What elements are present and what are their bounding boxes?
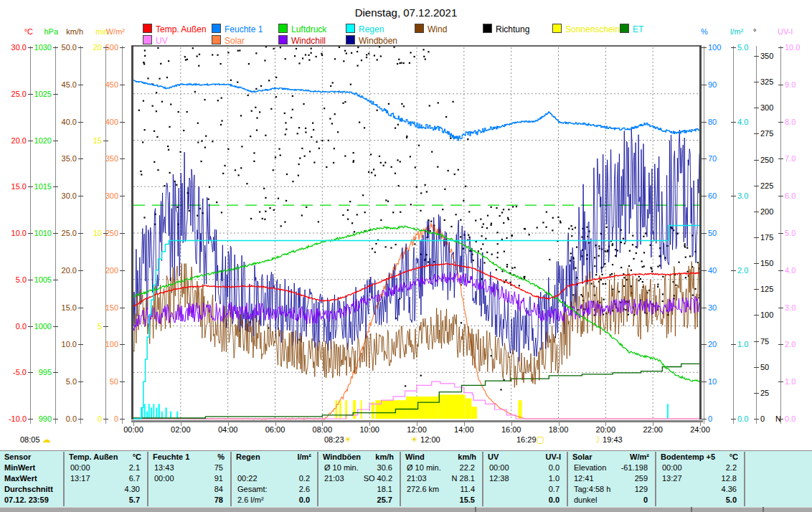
- axis-tick: [53, 186, 58, 187]
- table-cell-value: 25.7: [335, 495, 392, 506]
- table-cell-value: 6.7: [82, 473, 140, 484]
- axis-tick-label: 20.0: [46, 266, 77, 275]
- table-cell-value: 0.7: [502, 484, 560, 495]
- noon-icon: ☀: [410, 435, 420, 445]
- axis-tick: [778, 270, 783, 271]
- axis-tick-label: 6.0: [785, 191, 812, 200]
- table-col-unit: km/h: [355, 452, 394, 463]
- axis-tick: [78, 344, 83, 345]
- table-row-label: MaxWert: [4, 473, 37, 484]
- axis-tick: [120, 419, 125, 419]
- axis-tick: [78, 158, 83, 159]
- axis-tick-label: 3.0: [737, 191, 766, 200]
- axis-line-Wm: [122, 46, 123, 424]
- legend-item-wind: Wind: [415, 24, 447, 34]
- table-cell-value: 11.4: [417, 484, 475, 495]
- moon-time: ☽ 19:43: [593, 435, 623, 445]
- table-col-header: Wind: [405, 452, 425, 463]
- legend-item-temp-au-en: Temp. Außen: [143, 24, 207, 34]
- axis-tick: [754, 108, 759, 108]
- axis-tick: [702, 344, 707, 345]
- time-label: 14:00: [448, 425, 480, 434]
- table-cell-value: 4.36: [679, 484, 737, 495]
- axis-tick-label: 9.0: [785, 80, 812, 89]
- table-column-separator: [147, 452, 148, 506]
- axis-tick: [754, 263, 759, 264]
- axis-tick-label: 0: [88, 414, 118, 423]
- axis-tick: [754, 341, 759, 342]
- stats-table: SensorMinWertMaxWertDurchschnitt07.12. 2…: [0, 450, 812, 507]
- axis-tick: [78, 270, 83, 271]
- axis-tick-label: 1.0: [785, 377, 812, 386]
- table-cell-value: 75: [166, 463, 223, 473]
- axis-tick-label: 400: [88, 118, 118, 126]
- axis-tick: [702, 308, 707, 308]
- table-cell-value: 91: [166, 473, 223, 484]
- axis-tick: [53, 372, 58, 373]
- axis-tick-label: 2.0: [785, 340, 812, 349]
- table-column-separator: [317, 452, 318, 506]
- axis-tick: [754, 160, 759, 161]
- legend-swatch-icon: [212, 24, 221, 33]
- table-cell-value: SO 40.2: [335, 473, 392, 484]
- legend-item-windb-en: Windböen: [346, 35, 397, 45]
- axis-tick-label: 15.0: [46, 303, 77, 312]
- time-label: 08:00: [306, 425, 338, 434]
- axis-tick-label: 250: [88, 229, 118, 237]
- table-column-separator: [567, 452, 568, 506]
- axis-tick-label: 50: [708, 229, 737, 237]
- axis-tick: [778, 196, 783, 196]
- axis-tick: [103, 326, 108, 327]
- axis-tick-label: 90: [708, 80, 737, 89]
- axis-tick: [702, 158, 707, 159]
- table-cell-value: 22.2: [417, 463, 475, 473]
- axis-tick: [731, 270, 736, 271]
- table-cell-value: 259: [590, 473, 648, 484]
- table-col-header: UV: [488, 452, 499, 463]
- axis-tick: [120, 270, 125, 271]
- axis-line-UVI: [780, 46, 781, 424]
- axis-tick-label: 1015: [21, 182, 52, 191]
- axis-tick: [120, 47, 125, 48]
- axis-tick: [778, 344, 783, 345]
- axis-tick: [103, 141, 108, 141]
- strip-notch: [763, 507, 764, 512]
- axis-tick: [120, 344, 125, 345]
- table-cell-value: 0.0: [502, 463, 560, 473]
- time-label: 22:00: [637, 425, 669, 434]
- legend-item-et: ET: [620, 24, 643, 34]
- axis-tick: [53, 94, 58, 95]
- moon-icon: ☽: [593, 435, 603, 445]
- axis-tick-label: 100: [760, 310, 789, 319]
- axis-tick-label: 1005: [21, 275, 52, 284]
- table-cell-value: 2.6: [252, 484, 310, 495]
- table-column-separator: [63, 452, 65, 506]
- legend-swatch-icon: [346, 24, 355, 33]
- axis-tick: [731, 196, 736, 196]
- legend-item-richtung: Richtung: [483, 24, 529, 34]
- page-title: Dienstag, 07.12.2021: [0, 6, 812, 19]
- table-col-unit: °C: [699, 452, 738, 463]
- axis-tick: [53, 326, 58, 327]
- table-cell-value: 12.8: [679, 473, 737, 484]
- axis-tick-label: 5.0: [785, 229, 812, 237]
- axis-tick-label: 50: [88, 377, 118, 386]
- legend-label: Richtung: [496, 24, 529, 34]
- axis-tick-label: 4.0: [737, 118, 766, 126]
- table-col-unit: W/m²: [610, 452, 649, 463]
- table-cell-value: 0: [590, 495, 648, 506]
- legend-label: Wind: [428, 24, 447, 34]
- table-cell-value: N 28.1: [417, 473, 475, 484]
- axis-tick-label: 350: [760, 52, 789, 60]
- table-col-header: Feuchte 1: [153, 452, 189, 463]
- table-col-header: Solar: [572, 452, 593, 463]
- noon-time: ☀ 12:00: [410, 435, 440, 445]
- axis-tick-label: 30.0: [46, 191, 77, 200]
- legend-label: ET: [633, 24, 643, 34]
- axis-tick-label: 1025: [21, 90, 52, 98]
- axis-tick: [778, 85, 783, 85]
- axis-tick: [78, 85, 83, 85]
- table-column-separator: [744, 452, 745, 506]
- table-cell-value: 129: [590, 484, 648, 495]
- axis-tick-label: 1020: [21, 136, 52, 145]
